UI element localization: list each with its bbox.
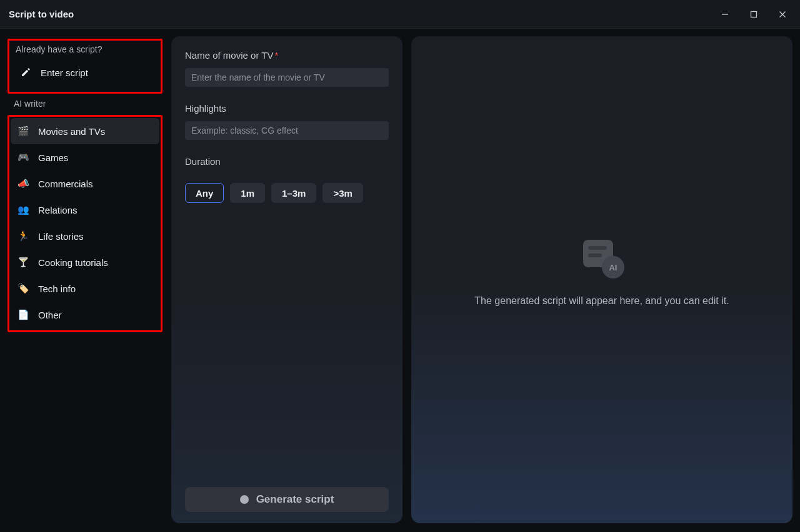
- generate-label: Generate script: [256, 493, 334, 506]
- sidebar-item-other[interactable]: 📄 Other: [11, 302, 159, 328]
- pencil-icon: [19, 66, 32, 79]
- enter-script-label: Enter script: [41, 67, 149, 78]
- sidebar-item-label: Other: [38, 310, 153, 320]
- window-title: Script to video: [9, 9, 74, 19]
- tag-icon: 🏷️: [17, 282, 29, 295]
- minimize-button[interactable]: [711, 3, 739, 26]
- generate-script-button[interactable]: Generate script: [185, 487, 389, 512]
- form-panel: Name of movie or TV* Highlights Duration…: [171, 36, 402, 523]
- sidebar-item-movies-and-tvs[interactable]: 🎬 Movies and TVs: [11, 118, 159, 144]
- maximize-button[interactable]: [740, 3, 768, 26]
- highlights-input[interactable]: [185, 121, 389, 140]
- sidebar-item-label: Relations: [38, 205, 153, 215]
- doc-icon: 📄: [17, 308, 29, 321]
- main-body: Already have a script? Enter script AI w…: [0, 29, 800, 532]
- name-input[interactable]: [185, 68, 389, 87]
- clapper-icon: 🎬: [17, 125, 29, 137]
- duration-option-1-3m[interactable]: 1–3m: [271, 183, 316, 203]
- runner-icon: 🏃: [17, 230, 29, 242]
- sidebar-item-label: Commercials: [38, 179, 153, 189]
- empty-state: AI The generated script will appear here…: [474, 239, 729, 308]
- duration-option-1m[interactable]: 1m: [230, 183, 265, 203]
- ai-badge: AI: [602, 256, 624, 278]
- ai-script-icon: AI: [577, 239, 627, 278]
- sidebar: Already have a script? Enter script AI w…: [8, 36, 162, 523]
- highlight-categories: 🎬 Movies and TVs 🎮 Games 📣 Commercials 👥…: [8, 115, 162, 332]
- name-label: Name of movie or TV*: [185, 50, 389, 61]
- required-asterisk: *: [274, 50, 278, 61]
- megaphone-icon: 📣: [17, 177, 29, 190]
- close-button[interactable]: [769, 3, 796, 26]
- sidebar-item-life-stories[interactable]: 🏃 Life stories: [11, 223, 159, 249]
- sidebar-item-games[interactable]: 🎮 Games: [11, 144, 159, 170]
- sidebar-item-label: Games: [38, 152, 153, 163]
- sidebar-item-label: Life stories: [38, 231, 153, 242]
- preview-panel: AI The generated script will appear here…: [411, 36, 792, 523]
- duration-row: Any 1m 1–3m >3m: [185, 183, 389, 203]
- duration-label: Duration: [185, 156, 389, 167]
- app-window: Script to video Already have a script?: [0, 0, 800, 532]
- svg-rect-1: [751, 11, 757, 17]
- have-script-label: Already have a script?: [13, 44, 156, 59]
- sidebar-item-tech-info[interactable]: 🏷️ Tech info: [11, 275, 159, 302]
- duration-option-gt3m[interactable]: >3m: [322, 183, 362, 203]
- highlights-label: Highlights: [185, 103, 389, 114]
- duration-option-any[interactable]: Any: [185, 183, 224, 203]
- window-controls: [711, 3, 796, 26]
- titlebar: Script to video: [0, 0, 800, 29]
- sidebar-item-label: Movies and TVs: [38, 126, 153, 137]
- enter-script-button[interactable]: Enter script: [13, 59, 156, 86]
- highlight-enter-script: Already have a script? Enter script: [8, 39, 162, 94]
- cocktail-icon: 🍸: [17, 256, 29, 268]
- gamepad-icon: 🎮: [17, 151, 29, 164]
- sidebar-item-label: Tech info: [38, 283, 153, 294]
- ai-writer-label: AI writer: [8, 99, 162, 114]
- sidebar-item-relations[interactable]: 👥 Relations: [11, 197, 159, 223]
- generate-dot-icon: [240, 495, 249, 504]
- sidebar-item-cooking-tutorials[interactable]: 🍸 Cooking tutorials: [11, 249, 159, 275]
- sidebar-item-commercials[interactable]: 📣 Commercials: [11, 170, 159, 197]
- people-icon: 👥: [17, 204, 29, 216]
- sidebar-item-label: Cooking tutorials: [38, 257, 153, 268]
- empty-state-text: The generated script will appear here, a…: [474, 293, 729, 308]
